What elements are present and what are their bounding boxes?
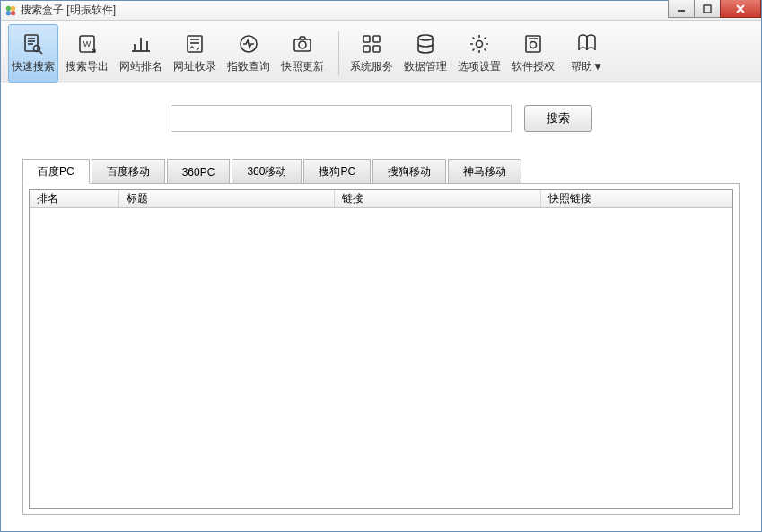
svg-point-25 [299, 41, 306, 48]
svg-rect-8 [25, 35, 38, 51]
apps-grid-icon [360, 32, 383, 56]
camera-icon [291, 32, 314, 56]
svg-point-1 [11, 5, 15, 10]
toolbar-label: 选项设置 [458, 59, 501, 74]
svg-point-0 [6, 5, 11, 10]
toolbar-separator [338, 31, 339, 75]
minimize-button[interactable] [668, 0, 695, 18]
search-button[interactable]: 搜索 [524, 105, 592, 132]
content-area: 搜索 百度PC 百度移动 360PC 360移动 搜狗PC 搜狗移动 神马移动 … [1, 83, 761, 531]
tab-sogou-pc[interactable]: 搜狗PC [303, 159, 371, 184]
main-toolbar: 快速搜索 W 搜索导出 网站排名 [1, 21, 761, 83]
toolbar-label: 数据管理 [404, 59, 447, 74]
toolbar-quick-search[interactable]: 快速搜索 [8, 24, 58, 83]
svg-rect-27 [373, 36, 380, 42]
activity-icon [237, 32, 260, 56]
toolbar-label: 系统服务 [350, 59, 393, 74]
results-panel: 排名 标题 链接 快照链接 [22, 183, 740, 515]
toolbar-system-services[interactable]: 系统服务 [346, 24, 397, 83]
tab-360-mobile[interactable]: 360移动 [232, 159, 302, 184]
export-icon: W [75, 32, 99, 56]
toolbar-label: 软件授权 [512, 59, 555, 74]
maximize-button[interactable] [694, 0, 721, 18]
results-grid: 排名 标题 链接 快照链接 [29, 189, 733, 509]
quick-search-icon [22, 32, 45, 56]
col-rank[interactable]: 排名 [30, 190, 119, 207]
svg-line-13 [39, 51, 43, 55]
engine-tabs: 百度PC 百度移动 360PC 360移动 搜狗PC 搜狗移动 神马移动 [22, 159, 740, 184]
book-icon [575, 32, 599, 56]
toolbar-label: 搜索导出 [66, 59, 109, 74]
tab-label: 搜狗PC [319, 164, 355, 179]
search-row: 搜索 [22, 105, 740, 132]
svg-rect-28 [363, 46, 370, 52]
tab-shenma-mobile[interactable]: 神马移动 [448, 159, 521, 184]
svg-point-2 [6, 11, 11, 15]
col-title[interactable]: 标题 [119, 190, 335, 207]
bar-chart-icon [129, 32, 153, 56]
svg-point-30 [418, 35, 433, 40]
tab-label: 神马移动 [463, 164, 506, 179]
svg-rect-26 [363, 36, 370, 42]
toolbar-label: 网址收录 [173, 59, 216, 74]
svg-rect-29 [373, 46, 380, 52]
toolbar-label: 快速搜索 [12, 59, 55, 74]
toolbar-label: 网站排名 [119, 59, 162, 74]
window-title: 搜索盒子 [明振软件] [21, 3, 116, 18]
svg-point-33 [530, 42, 537, 48]
svg-rect-5 [704, 5, 711, 13]
title-bar: 搜索盒子 [明振软件] [1, 1, 761, 21]
database-icon [414, 32, 437, 56]
tab-baidu-mobile[interactable]: 百度移动 [92, 159, 165, 184]
document-check-icon [183, 32, 206, 56]
toolbar-label: 帮助▼ [571, 59, 603, 74]
gear-icon [468, 32, 491, 56]
tab-baidu-pc[interactable]: 百度PC [22, 159, 90, 184]
toolbar-search-export[interactable]: W 搜索导出 [62, 24, 112, 83]
license-icon [521, 32, 545, 56]
svg-text:W: W [83, 39, 92, 48]
toolbar-license[interactable]: 软件授权 [508, 24, 558, 83]
toolbar-index-query[interactable]: 指数查询 [223, 24, 274, 83]
tab-label: 百度移动 [107, 164, 150, 179]
tab-label: 360移动 [247, 164, 286, 179]
app-icon [4, 4, 17, 17]
close-button[interactable] [720, 0, 761, 18]
toolbar-label: 快照更新 [281, 59, 324, 74]
toolbar-options[interactable]: 选项设置 [454, 24, 504, 83]
tab-label: 百度PC [38, 164, 74, 179]
tab-label: 搜狗移动 [388, 164, 431, 179]
grid-body[interactable] [30, 208, 732, 508]
tab-360-pc[interactable]: 360PC [167, 159, 231, 184]
svg-point-31 [477, 41, 483, 48]
svg-point-3 [11, 11, 15, 15]
grid-header: 排名 标题 链接 快照链接 [30, 190, 732, 208]
tab-label: 360PC [182, 166, 215, 179]
col-link[interactable]: 链接 [335, 190, 541, 207]
toolbar-url-index[interactable]: 网址收录 [170, 24, 220, 83]
toolbar-help[interactable]: 帮助▼ [562, 24, 612, 83]
search-input[interactable] [171, 105, 512, 132]
toolbar-snapshot-update[interactable]: 快照更新 [277, 24, 328, 83]
tab-sogou-mobile[interactable]: 搜狗移动 [372, 159, 446, 184]
toolbar-data-manage[interactable]: 数据管理 [400, 24, 451, 83]
svg-rect-20 [188, 36, 202, 52]
toolbar-site-rank[interactable]: 网站排名 [116, 24, 166, 83]
col-snapshot-link[interactable]: 快照链接 [541, 190, 732, 207]
toolbar-label: 指数查询 [227, 59, 270, 74]
